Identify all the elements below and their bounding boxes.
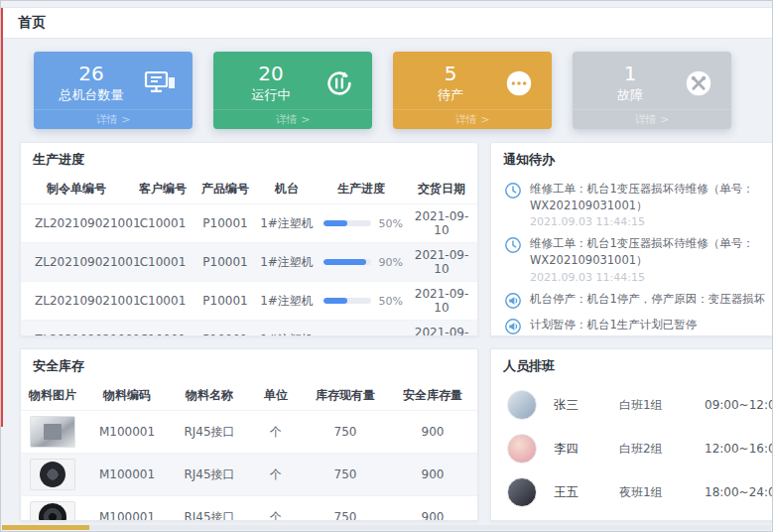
inventory-column-header: 安全库存量 [388,381,477,411]
notification-body: 机台停产：机台1停产，停产原因：变压器损坏 [530,291,765,310]
notification-item[interactable]: 计划暂停：机台1生产计划已暂停 2021.09.03 11:44:15 [495,311,773,336]
running-cycle-icon [319,67,360,99]
schedule-panel-title: 人员排班 [491,349,773,381]
stat-value: 5 [403,63,498,85]
stat-value: 20 [223,63,319,85]
unit-cell: 个 [249,411,303,454]
progress-percent: 50% [379,295,403,308]
scrollbar-thumb[interactable] [2,525,89,530]
progress-cell: 50% [317,282,406,321]
inventory-column-header: 物料名称 [170,381,249,411]
horizontal-scrollbar[interactable] [2,525,771,530]
left-edge-accent [1,8,3,427]
inventory-panel-title: 安全库存 [21,349,477,381]
avatar [507,434,537,464]
detail-link[interactable]: 详情 > [393,109,552,129]
page-title: 首页 [18,14,46,32]
order-no-cell: ZL202109021001 [21,282,132,321]
product-cell: P10001 [193,204,257,243]
stat-card-main: 26 总机台数量 [34,52,193,109]
notification-body: 计划暂停：机台1生产计划已暂停 2021.09.03 11:44:15 [530,317,697,336]
notification-text: 机台停产：机台1停产，停产原因：变压器损坏 [530,291,765,308]
production-table-header-row: 制令单编号客户编号产品编号机台生产进度交货日期 [21,175,477,204]
customer-cell: C10001 [132,204,193,243]
repair-tools-icon [678,67,719,99]
delivery-date-cell: 2021-09-10 [406,282,477,321]
notification-text: 维修工单：机台1变压器损坏待维修（单号：WX202109031001） [530,181,773,213]
unit-cell: 个 [249,454,303,496]
safety-stock-cell: 900 [388,496,477,522]
production-row: ZL202109021001 C10001 P10001 1#注塑机 [21,282,477,321]
notification-time: 2021.09.03 11:44:15 [530,334,697,336]
stat-card-stats: 1 故障 [582,63,678,104]
delivery-date-cell: 2021-09-10 [406,204,477,243]
production-column-header: 客户编号 [132,175,193,204]
notification-item[interactable]: 维修工单：机台1变压器损坏待维修（单号：WX202109031001） 2021… [495,175,773,229]
product-cell: P10001 [193,243,257,282]
material-photo [30,501,75,521]
current-stock-cell: 750 [303,454,388,496]
progress-percent: 50% [379,217,403,230]
stat-card-stats: 20 运行中 [223,63,319,104]
stat-card-main: 20 运行中 [213,52,372,109]
production-row: ZL202109021001 C10001 P10001 1#注塑机 [21,204,477,243]
person-shift: 夜班1组 [619,484,705,501]
stat-card-total-machines[interactable]: 26 总机台数量 详情 > [34,52,193,129]
notification-item[interactable]: 维修工单：机台1变压器损坏待维修（单号：WX202109031001） 2021… [495,229,773,284]
stat-value: 26 [44,63,139,85]
material-code-cell: M100001 [84,496,170,522]
material-code-cell: M100001 [84,454,170,496]
production-column-header: 产品编号 [193,175,257,204]
detail-link[interactable]: 详情 > [34,109,193,129]
material-name-cell: RJ45接口 [170,411,249,454]
production-table-body: ZL202109021001 C10001 P10001 1#注塑机 [21,204,477,337]
safety-stock-cell: 900 [388,411,477,454]
ellipsis-icon [498,67,540,99]
notification-item[interactable]: 机台停产：机台1停产，停产原因：变压器损坏 [495,285,773,311]
stat-card-fault[interactable]: 1 故障 详情 > [573,52,731,129]
left-column: 生产进度 制令单编号客户编号产品编号机台生产进度交货日期 [20,142,478,521]
unit-cell: 个 [249,496,303,522]
inventory-column-header: 物料编码 [84,381,170,411]
production-column-header: 制令单编号 [21,175,132,204]
machine-cell: 1#注塑机 [257,243,317,282]
stat-card-stats: 5 待产 [403,63,498,104]
progress-cell: 50% [317,321,406,337]
detail-link[interactable]: 详情 > [573,109,731,129]
progress-bar-fill [323,259,366,265]
machine-icon [139,66,181,100]
inventory-table: 物料图片物料编码物料名称单位库存现有量安全库存量 M100001 R [21,381,477,521]
customer-cell: C10001 [132,321,193,337]
order-no-cell: ZL202109021001 [21,243,132,282]
speaker-icon [504,318,522,335]
person-name: 张三 [554,397,619,414]
order-no-cell: ZL202109021001 [21,321,132,337]
notification-body: 维修工单：机台1变压器损坏待维修（单号：WX202109031001） 2021… [530,181,773,228]
person-shift: 白班2组 [619,441,705,458]
progress-cell: 50% [317,204,406,243]
material-photo-cell [21,411,84,454]
progress-cell: 90% [317,243,406,282]
stat-card-running[interactable]: 20 运行中 详情 > [213,52,372,129]
detail-link[interactable]: 详情 > [213,109,372,129]
product-cell: P10001 [193,321,257,337]
machine-cell: 1#注塑机 [257,321,317,337]
stat-card-waiting[interactable]: 5 待产 详情 > [393,52,552,129]
dashboard-columns: 生产进度 制令单编号客户编号产品编号机台生产进度交货日期 [20,142,753,521]
person-time: 18:00~24:00 [705,485,773,499]
material-photo [30,459,75,490]
safety-stock-cell: 900 [388,454,477,496]
person-shift: 白班1组 [619,397,705,414]
production-progress-panel: 生产进度 制令单编号客户编号产品编号机台生产进度交货日期 [20,142,478,336]
person-name: 王五 [554,484,619,501]
production-panel-title: 生产进度 [21,143,477,175]
material-photo-cell [21,454,84,496]
right-column: 通知待办 维修工单：机台1变压器损坏待维修（单号：W [490,142,773,521]
notification-time: 2021.09.03 11:44:15 [530,215,773,228]
current-stock-cell: 750 [303,496,388,522]
progress-bar-fill [323,298,347,304]
stat-card-main: 1 故障 [573,52,731,109]
notifications-panel-title: 通知待办 [491,143,773,175]
production-column-header: 机台 [257,175,317,204]
progress-percent: 90% [379,256,403,269]
